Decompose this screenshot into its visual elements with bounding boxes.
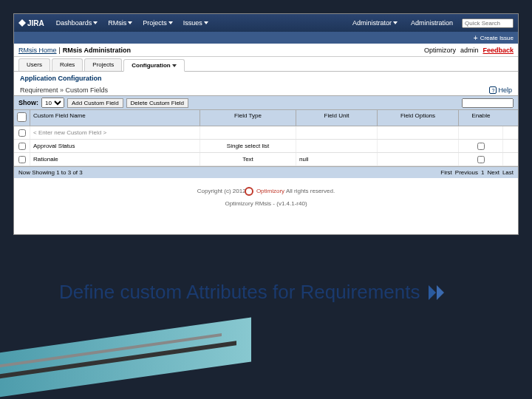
- cell-type: Single select list: [200, 140, 296, 152]
- breadcrumb-home[interactable]: RMsis Home: [18, 47, 57, 54]
- enable-checkbox[interactable]: [477, 143, 485, 150]
- row-checkbox[interactable]: [18, 129, 26, 137]
- copyright: Copyright (c) 2012 Optimizory All rights…: [14, 178, 518, 199]
- th-enable: Enable: [459, 110, 503, 126]
- cell-name[interactable]: Approval Status: [30, 140, 200, 152]
- toolbar: Show: 10 Add Custom Field Delete Custom …: [14, 95, 518, 110]
- sub-nav: + Create Issue: [14, 32, 518, 44]
- jira-logo[interactable]: JIRA: [18, 19, 44, 27]
- tab-roles[interactable]: Roles: [52, 58, 83, 71]
- chevron-down-icon: [204, 21, 208, 24]
- th-type: Field Type: [200, 110, 296, 126]
- cell-options: [378, 126, 459, 139]
- admin-user-menu[interactable]: Administrator: [348, 17, 402, 29]
- tab-projects[interactable]: Projects: [84, 58, 122, 71]
- cell-type: [200, 126, 296, 139]
- breadcrumb: RMsis Home | RMsis Administration Optimi…: [14, 44, 518, 57]
- filter-input[interactable]: [462, 98, 514, 108]
- th-unit: Field Unit: [296, 110, 378, 126]
- help-icon: ?: [489, 86, 497, 94]
- cell-unit: null: [296, 153, 378, 166]
- show-label: Show:: [18, 99, 38, 106]
- feedback-link[interactable]: Feedback: [482, 47, 514, 54]
- top-nav: JIRA Dashboards RMsis Projects Issues Ad…: [14, 14, 518, 32]
- cell-enable: [459, 140, 503, 152]
- product-name: JIRA: [27, 19, 44, 27]
- help-link[interactable]: ? Help: [489, 86, 512, 94]
- row-checkbox[interactable]: [18, 156, 26, 163]
- create-issue-button[interactable]: + Create Issue: [474, 34, 514, 42]
- chevron-down-icon: [93, 21, 98, 24]
- tab-configuration[interactable]: Configuration: [123, 59, 185, 72]
- quick-search-input[interactable]: [462, 18, 514, 28]
- table-row[interactable]: Approval Status Single select list: [14, 140, 518, 153]
- cell-options: [378, 140, 459, 152]
- table-footer: Now Showing 1 to 3 of 3 First Previous 1…: [14, 166, 518, 178]
- table-row[interactable]: < Enter new Custom Field >: [14, 126, 518, 140]
- tabs: Users Roles Projects Configuration: [14, 58, 518, 72]
- org-label: Optimizory: [424, 47, 456, 54]
- cell-enable: [459, 153, 503, 166]
- show-select[interactable]: 10: [41, 98, 64, 108]
- chevron-down-icon: [393, 21, 398, 24]
- tab-users[interactable]: Users: [18, 58, 50, 71]
- user-label: admin: [460, 47, 479, 54]
- select-all-checkbox[interactable]: [17, 112, 27, 122]
- pager-first[interactable]: First: [440, 169, 452, 176]
- chevron-right-icon: [429, 285, 444, 300]
- enable-checkbox[interactable]: [477, 156, 485, 163]
- pager-last[interactable]: Last: [502, 169, 514, 176]
- row-checkbox[interactable]: [18, 143, 26, 150]
- add-custom-field-button[interactable]: Add Custom Field: [67, 98, 123, 108]
- cell-unit: [296, 140, 378, 152]
- pager-next[interactable]: Next: [487, 169, 499, 176]
- nav-rmsis[interactable]: RMsis: [103, 17, 137, 29]
- decorative-stripes: [0, 325, 266, 399]
- pager-previous[interactable]: Previous: [455, 169, 478, 176]
- th-name: Custom Field Name: [30, 110, 200, 126]
- row-count-status: Now Showing 1 to 3 of 3: [18, 169, 83, 176]
- version-label: Optimizory RMsis - (v1.4.1-r40): [14, 199, 518, 208]
- section-title: Application Configuration: [14, 72, 518, 85]
- custom-fields-table: Custom Field Name Field Type Field Unit …: [14, 110, 518, 178]
- th-options: Field Options: [378, 110, 459, 126]
- th-checkbox: [14, 110, 30, 126]
- jira-window: JIRA Dashboards RMsis Projects Issues Ad…: [13, 13, 519, 235]
- subsection-path: Requirement » Custom Fields ? Help: [14, 85, 518, 95]
- table-header: Custom Field Name Field Type Field Unit …: [14, 110, 518, 126]
- delete-custom-field-button[interactable]: Delete Custom Field: [126, 98, 188, 108]
- nav-projects[interactable]: Projects: [138, 17, 177, 29]
- slide-title: Define custom Attributes for Requirement…: [59, 281, 473, 304]
- chevron-down-icon: [172, 64, 177, 67]
- chevron-down-icon: [128, 21, 132, 24]
- jira-logo-icon: [18, 19, 26, 27]
- pager-page-1[interactable]: 1: [481, 169, 484, 176]
- nav-issues[interactable]: Issues: [179, 17, 213, 29]
- cell-enable: [459, 126, 503, 139]
- table-row[interactable]: Rationale Text null: [14, 153, 518, 166]
- cell-name[interactable]: < Enter new Custom Field >: [30, 126, 200, 139]
- plus-icon: +: [474, 34, 478, 42]
- pager: First Previous 1 Next Last: [440, 169, 514, 176]
- cell-type: Text: [200, 153, 296, 166]
- cell-options: [378, 153, 459, 166]
- administration-link[interactable]: Administration: [406, 17, 457, 29]
- path-custom-fields: Custom Fields: [66, 86, 109, 94]
- nav-dashboards[interactable]: Dashboards: [52, 17, 103, 29]
- highlight-circle-icon: [245, 187, 253, 196]
- breadcrumb-current: RMsis Administration: [63, 47, 131, 54]
- cell-name[interactable]: Rationale: [30, 153, 200, 166]
- path-requirement: Requirement: [20, 86, 58, 94]
- chevron-down-icon: [168, 21, 173, 24]
- cell-unit: [296, 126, 378, 139]
